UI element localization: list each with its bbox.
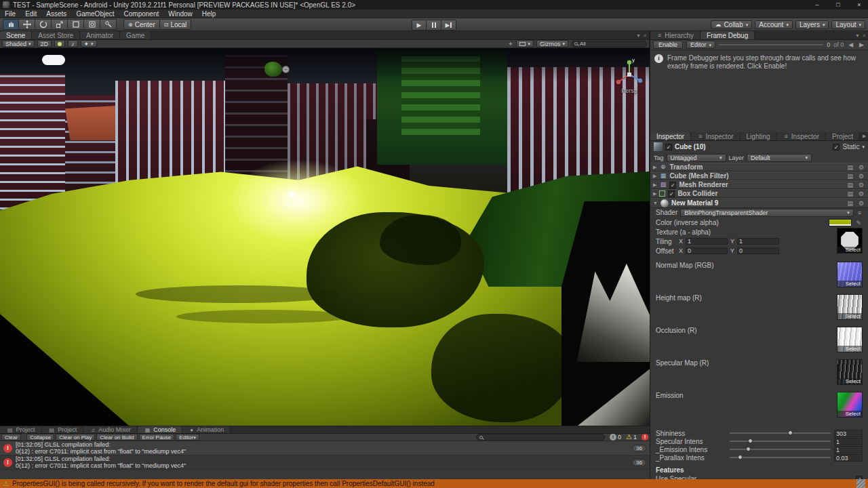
offset-y-field[interactable] xyxy=(737,247,779,254)
specular-map-thumbnail[interactable]: Select xyxy=(837,359,863,385)
color-swatch[interactable] xyxy=(829,219,852,226)
scene-lighting-toggle[interactable] xyxy=(54,40,65,47)
clear-on-build-toggle[interactable]: Clear on Build xyxy=(96,434,137,441)
select-button[interactable]: Select xyxy=(837,346,862,352)
select-button[interactable]: Select xyxy=(837,378,862,384)
gear-icon[interactable]: ⚙ xyxy=(857,173,865,180)
active-checkbox[interactable]: ✓ xyxy=(665,144,672,150)
eyedropper-icon[interactable]: ✎ xyxy=(854,220,863,226)
offset-x-field[interactable] xyxy=(686,247,728,254)
transform-tool-button[interactable] xyxy=(84,19,100,30)
shininess-slider[interactable] xyxy=(730,432,831,434)
tab-project-1[interactable]: ▤Project xyxy=(0,426,42,433)
minimize-icon[interactable]: – xyxy=(808,0,826,9)
specular-intens-value[interactable]: 1 xyxy=(834,438,863,445)
menu-file[interactable]: File xyxy=(0,10,20,18)
frame-slider[interactable] xyxy=(719,44,823,45)
pivot-button[interactable]: ⊕Center xyxy=(123,19,160,30)
collab-dropdown[interactable]: ☁Collab▾ xyxy=(711,20,752,29)
tab-hierarchy[interactable]: ≡Hierarchy xyxy=(650,31,701,39)
scene-fx-dropdown[interactable]: ✦▾ xyxy=(81,40,97,47)
tools-icon[interactable]: + xyxy=(507,41,513,47)
menu-gameobject[interactable]: GameObject xyxy=(71,10,119,18)
gear-icon[interactable]: ⚙ xyxy=(857,190,865,197)
presets-icon[interactable]: ▤ xyxy=(846,200,854,207)
occlusion-thumbnail[interactable]: Select xyxy=(837,327,863,352)
parallax-intens-value[interactable]: 0.03 xyxy=(834,454,863,462)
info-count[interactable]: i0 xyxy=(610,434,621,441)
scale-tool-button[interactable] xyxy=(52,19,68,30)
height-map-thumbnail[interactable]: Select xyxy=(837,294,863,320)
select-button[interactable]: Select xyxy=(837,281,862,287)
presets-icon[interactable]: ▤ xyxy=(846,182,854,188)
select-button[interactable]: Select xyxy=(837,313,862,319)
foldout-icon[interactable]: ▶ xyxy=(653,182,656,188)
scene-viewport[interactable]: − y Persp xyxy=(0,48,650,426)
error-pause-toggle[interactable]: Error Pause xyxy=(139,434,175,441)
scene-search-input[interactable] xyxy=(580,41,634,47)
warning-count[interactable]: ⚠1 xyxy=(626,434,637,441)
2d-toggle[interactable]: 2D xyxy=(37,40,52,47)
custom-tool-button[interactable] xyxy=(100,19,117,30)
panel-menu-icon[interactable]: ≡ xyxy=(863,33,865,38)
console-entry[interactable]: ! [01:32:05] GLSL compilation failed: 0(… xyxy=(0,455,650,470)
resize-grip-icon[interactable] xyxy=(856,479,865,488)
foldout-icon[interactable]: ▶ xyxy=(653,174,656,179)
gear-icon[interactable]: ⚙ xyxy=(857,182,865,188)
menu-window[interactable]: Window xyxy=(163,10,197,18)
select-button[interactable]: Select xyxy=(837,247,862,253)
pause-button[interactable] xyxy=(427,20,441,30)
status-bar[interactable]: ⚠ PropertiesGUI() is being called recurs… xyxy=(0,479,868,488)
layout-dropdown[interactable]: Layout▾ xyxy=(831,20,865,29)
material-header[interactable]: ▼ New Material 9 ▤ ⚙ xyxy=(650,198,868,208)
static-checkbox[interactable]: ✓ xyxy=(833,144,840,150)
tab-inspector-2[interactable]: ≡Inspector xyxy=(691,132,740,140)
camera-dropdown[interactable]: ▾ xyxy=(516,40,534,47)
gear-icon[interactable]: ⚙ xyxy=(857,200,865,207)
draw-mode-dropdown[interactable]: Shaded▾ xyxy=(2,40,35,47)
select-button[interactable]: Select xyxy=(837,411,862,417)
tiling-x-field[interactable] xyxy=(686,238,728,245)
tab-audio-mixer[interactable]: ♫Audio Mixer xyxy=(83,426,138,433)
hand-tool-button[interactable] xyxy=(3,19,19,30)
emission-thumbnail[interactable]: Select xyxy=(837,392,863,418)
console-entry[interactable]: ! [01:32:05] GLSL compilation failed: 0(… xyxy=(0,441,650,455)
component-mesh-filter[interactable]: ▶ ▦ Cube (Mesh Filter) ▤ ⚙ xyxy=(650,171,868,180)
presets-icon[interactable]: ▤ xyxy=(846,164,854,171)
layers-dropdown[interactable]: Layers▾ xyxy=(795,20,829,29)
tab-animator[interactable]: Animator xyxy=(80,31,120,39)
tiling-y-field[interactable] xyxy=(737,238,779,245)
scene-audio-toggle[interactable]: ♪ xyxy=(68,40,78,47)
tab-inspector-3[interactable]: ≡Inspector xyxy=(777,132,826,140)
tab-inspector-1[interactable]: Inspector xyxy=(650,132,691,140)
layer-dropdown[interactable]: Default▾ xyxy=(747,154,812,162)
component-box-collider[interactable]: ▶ ✓ Box Collider ▤ ⚙ xyxy=(650,189,868,198)
menu-icon[interactable]: ≡ xyxy=(856,209,863,216)
enable-button[interactable]: Enable xyxy=(653,41,683,49)
tab-lighting[interactable]: Lighting xyxy=(741,132,777,140)
tab-animation[interactable]: ●Animation xyxy=(182,426,231,433)
orientation-gizmo[interactable]: y Persp xyxy=(612,56,647,98)
shader-dropdown[interactable]: BlinnPhongTransparentShader▾ xyxy=(680,209,853,217)
tab-frame-debug[interactable]: Frame Debug xyxy=(701,31,755,39)
emission-intens-slider[interactable] xyxy=(730,449,831,450)
editor-dropdown[interactable]: Editor▾ xyxy=(686,41,715,49)
menu-help[interactable]: Help xyxy=(197,10,221,18)
tab-project-right[interactable]: Project xyxy=(826,132,860,140)
account-dropdown[interactable]: Account▾ xyxy=(755,20,793,29)
next-frame-icon[interactable]: ▶ xyxy=(858,41,865,48)
clear-button[interactable]: Clear xyxy=(1,434,21,441)
tab-asset-store[interactable]: Asset Store xyxy=(32,31,80,39)
panel-dropdown-icon[interactable]: ▶ xyxy=(863,134,866,139)
box-collider-checkbox[interactable]: ✓ xyxy=(668,190,675,197)
console-editor-dropdown[interactable]: Editor▾ xyxy=(176,434,199,441)
move-tool-button[interactable] xyxy=(19,19,35,30)
console-search[interactable] xyxy=(476,434,605,441)
shininess-value[interactable]: 303 xyxy=(834,430,863,437)
tab-project-2[interactable]: ▤Project xyxy=(42,426,84,433)
specular-intens-slider[interactable] xyxy=(730,441,831,442)
foldout-icon[interactable]: ▶ xyxy=(653,165,656,170)
tab-scene[interactable]: Scene xyxy=(0,31,32,39)
component-mesh-renderer[interactable]: ▶ ▧ ✓ Mesh Renderer ▤ ⚙ xyxy=(650,180,868,189)
presets-icon[interactable]: ▤ xyxy=(846,173,854,180)
